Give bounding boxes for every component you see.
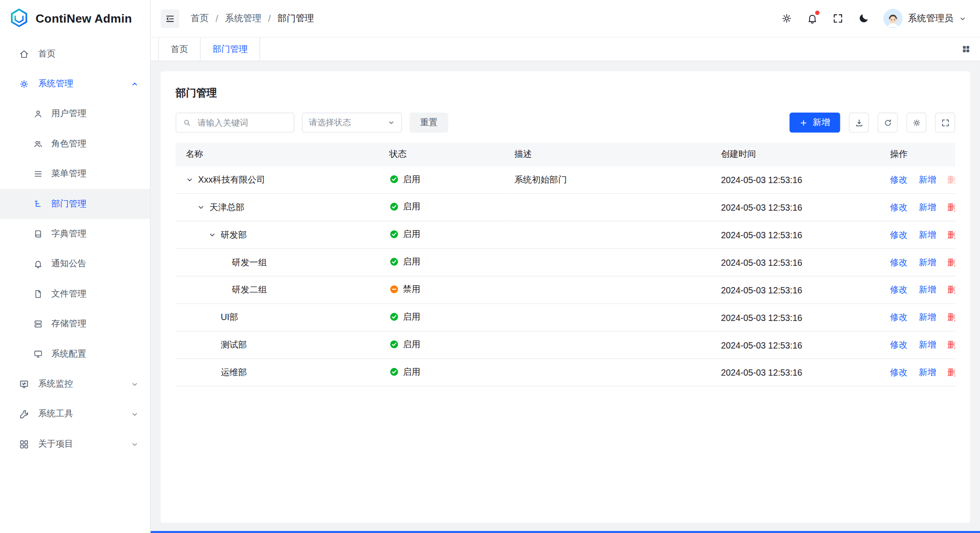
sidebar-item-label: 字典管理 (51, 228, 86, 240)
column-header-actions: 操作 (880, 142, 955, 166)
created-time: 2024-05-03 12:53:16 (711, 221, 880, 249)
breadcrumb-item-current: 部门管理 (277, 13, 314, 24)
department-description: 系统初始部门 (504, 166, 711, 193)
sidebar-item-system-management[interactable]: 系统管理 (0, 69, 150, 99)
apps-grid-icon (19, 439, 30, 450)
add-link[interactable]: 新增 (919, 340, 936, 349)
delete-link[interactable]: 删除 (947, 229, 955, 239)
sidebar-item-system-tools[interactable]: 系统工具 (0, 399, 150, 429)
row-expand-icon[interactable] (186, 176, 194, 184)
tab-home[interactable]: 首页 (158, 38, 201, 61)
tab-label: 部门管理 (212, 43, 247, 55)
sidebar-item-user-management[interactable]: 用户管理 (0, 99, 150, 129)
delete-link[interactable]: 删除 (947, 202, 955, 212)
fullscreen-icon[interactable] (832, 13, 844, 24)
column-header-status: 状态 (379, 142, 504, 166)
delete-link[interactable]: 删除 (947, 174, 955, 184)
bottom-accent-bar (150, 531, 980, 533)
table-header-row: 名称 状态 描述 创建时间 操作 (176, 142, 955, 166)
add-button[interactable]: 新增 (789, 113, 840, 132)
department-name: 运维部 (220, 367, 247, 378)
sidebar-item-label: 系统监控 (38, 378, 73, 390)
add-link[interactable]: 新增 (919, 202, 936, 212)
sidebar-item-dictionary-management[interactable]: 字典管理 (0, 219, 150, 249)
storage-icon (33, 319, 43, 329)
gear-icon (19, 79, 30, 90)
status-select[interactable]: 请选择状态 (302, 113, 402, 132)
table-row: 运维部 启用 2024-05-03 12:53:16 修改 新增 删除 (176, 358, 955, 386)
modify-link[interactable]: 修改 (890, 340, 908, 349)
status-text: 禁用 (403, 284, 421, 295)
download-button[interactable] (849, 113, 869, 132)
sidebar-item-file-management[interactable]: 文件管理 (0, 279, 150, 309)
reset-button[interactable]: 重置 (409, 113, 448, 132)
notification-bell-icon[interactable] (806, 13, 818, 24)
refresh-button[interactable] (877, 113, 897, 132)
user-icon (33, 109, 43, 119)
department-name: 研发部 (220, 229, 247, 241)
delete-link[interactable]: 删除 (947, 284, 955, 294)
row-expand-icon[interactable] (208, 231, 216, 239)
sidebar-item-notifications[interactable]: 通知公告 (0, 249, 150, 279)
app-logo[interactable]: ContiNew Admin (0, 0, 150, 38)
chevron-up-icon (131, 80, 139, 88)
search-input[interactable] (196, 117, 287, 128)
sidebar-collapse-button[interactable] (161, 9, 180, 28)
modify-link[interactable]: 修改 (890, 257, 908, 267)
breadcrumb: 首页 / 系统管理 / 部门管理 (191, 13, 314, 24)
sidebar-item-label: 系统配置 (51, 349, 86, 360)
status-text: 启用 (403, 256, 421, 268)
modify-link[interactable]: 修改 (890, 312, 908, 322)
tab-department-management[interactable]: 部门管理 (201, 38, 260, 61)
table-fullscreen-button[interactable] (935, 113, 955, 132)
sidebar: ContiNew Admin 首页 系统管理 (0, 0, 150, 533)
sidebar-item-storage-management[interactable]: 存储管理 (0, 309, 150, 339)
modify-link[interactable]: 修改 (890, 229, 908, 239)
add-link[interactable]: 新增 (919, 257, 936, 267)
modify-link[interactable]: 修改 (890, 174, 908, 184)
breadcrumb-item-home[interactable]: 首页 (191, 13, 209, 24)
sidebar-item-label: 关于项目 (38, 439, 73, 450)
sidebar-item-about-project[interactable]: 关于项目 (0, 429, 150, 459)
sidebar-item-system-monitor[interactable]: 系统监控 (0, 369, 150, 399)
add-link[interactable]: 新增 (919, 312, 936, 322)
created-time: 2024-05-03 12:53:16 (711, 276, 880, 304)
status-badge: 启用 (389, 174, 420, 185)
add-link[interactable]: 新增 (919, 367, 936, 377)
tab-actions-button[interactable] (961, 38, 980, 61)
sidebar-item-department-management[interactable]: 部门管理 (0, 189, 150, 219)
chevron-down-icon (959, 15, 966, 23)
status-badge: 启用 (389, 256, 420, 268)
row-expand-icon[interactable] (197, 203, 205, 212)
delete-link[interactable]: 删除 (947, 340, 955, 349)
modify-link[interactable]: 修改 (890, 284, 908, 294)
delete-link[interactable]: 删除 (947, 367, 955, 377)
sidebar-item-system-config[interactable]: 系统配置 (0, 339, 150, 369)
modify-link[interactable]: 修改 (890, 202, 908, 212)
file-icon (33, 289, 43, 299)
sidebar-item-home[interactable]: 首页 (0, 39, 150, 69)
table-body: Xxx科技有限公司 启用 系统初始部门 2024-05-03 12:53:16 … (176, 166, 955, 386)
check-circle-icon (389, 230, 399, 239)
modify-link[interactable]: 修改 (890, 367, 908, 377)
breadcrumb-item-system[interactable]: 系统管理 (225, 13, 261, 24)
check-circle-icon (389, 312, 399, 322)
sidebar-item-menu-management[interactable]: 菜单管理 (0, 159, 150, 189)
delete-link[interactable]: 删除 (947, 257, 955, 267)
sidebar-item-role-management[interactable]: 角色管理 (0, 129, 150, 159)
status-text: 启用 (403, 366, 421, 377)
table-settings-button[interactable] (906, 113, 926, 132)
breadcrumb-separator: / (268, 14, 271, 24)
user-menu[interactable]: 系统管理员 (883, 9, 966, 28)
status-badge: 禁用 (389, 284, 420, 295)
keyword-search-field[interactable] (176, 113, 295, 132)
column-header-description: 描述 (504, 142, 711, 166)
dark-mode-moon-icon[interactable] (857, 13, 869, 24)
settings-icon[interactable] (780, 13, 792, 24)
add-link[interactable]: 新增 (919, 174, 936, 184)
delete-link[interactable]: 删除 (947, 312, 955, 322)
add-link[interactable]: 新增 (919, 229, 936, 239)
add-link[interactable]: 新增 (919, 284, 936, 294)
page-content: 部门管理 请选择状态 重置 (150, 61, 980, 533)
department-description (504, 193, 711, 221)
